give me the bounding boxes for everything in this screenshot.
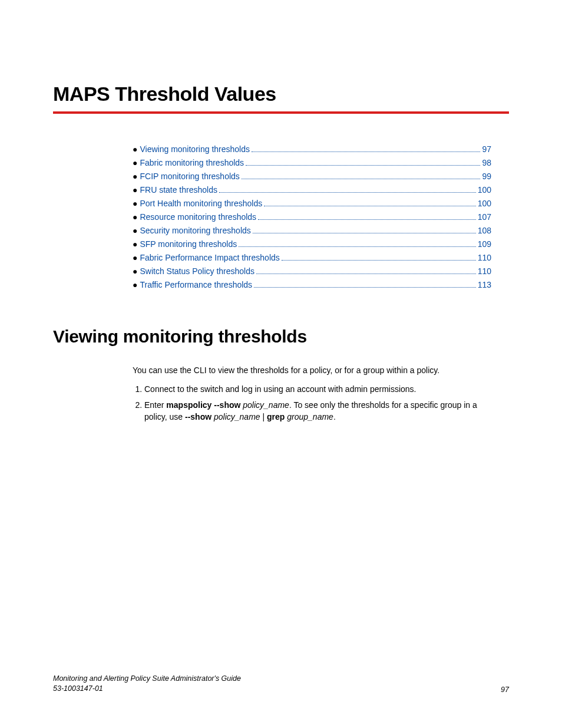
toc-leader (264, 199, 475, 206)
toc-leader (252, 144, 480, 152)
toc-entry: ● Viewing monitoring thresholds 97 (133, 143, 491, 156)
toc-link[interactable]: Viewing monitoring thresholds (140, 143, 250, 156)
bullet-icon: ● (133, 279, 137, 291)
toc-entry: ● Switch Status Policy thresholds 110 (133, 265, 491, 278)
bullet-icon: ● (133, 211, 137, 223)
toc-link[interactable]: FCIP monitoring thresholds (140, 170, 239, 183)
toc-page-link[interactable]: 110 (478, 265, 491, 278)
footer-left: Monitoring and Alerting Policy Suite Adm… (53, 674, 241, 694)
toc-entry: ● Fabric Performance Impact thresholds 1… (133, 252, 491, 264)
toc-link[interactable]: FRU state thresholds (140, 184, 217, 196)
toc-link[interactable]: Port Health monitoring thresholds (140, 197, 262, 210)
toc-leader (242, 172, 481, 179)
toc-leader (219, 185, 476, 193)
bullet-icon: ● (133, 143, 137, 156)
toc-link[interactable]: Fabric monitoring thresholds (140, 157, 244, 169)
page-footer: Monitoring and Alerting Policy Suite Adm… (53, 674, 509, 694)
toc-page-link[interactable]: 109 (478, 238, 491, 251)
bullet-icon: ● (133, 265, 137, 278)
command-text: mapspolicy --show (166, 400, 240, 410)
bullet-icon: ● (133, 238, 137, 251)
section-title: Viewing monitoring thresholds (53, 327, 509, 347)
toc-leader (253, 226, 476, 233)
toc-page-link[interactable]: 113 (478, 279, 491, 291)
intro-paragraph: You can use the CLI to view the threshol… (133, 364, 491, 376)
toc-entry: ● Security monitoring thresholds 108 (133, 225, 491, 237)
toc-leader (246, 158, 480, 166)
bullet-icon: ● (133, 197, 137, 210)
steps-list: Connect to the switch and log in using a… (133, 383, 491, 423)
toc-page-link[interactable]: 100 (478, 197, 491, 210)
section-body: You can use the CLI to view the threshol… (133, 364, 491, 423)
table-of-contents: ● Viewing monitoring thresholds 97 ● Fab… (133, 143, 491, 291)
argument-text: group_name (287, 412, 333, 421)
toc-page-link[interactable]: 107 (478, 211, 491, 223)
step-text: . (333, 412, 336, 421)
toc-entry: ● Resource monitoring thresholds 107 (133, 211, 491, 223)
page-content: MAPS Threshold Values ● Viewing monitori… (0, 0, 562, 423)
toc-page-link[interactable]: 97 (482, 143, 491, 156)
toc-link[interactable]: SFP monitoring thresholds (140, 238, 237, 251)
toc-leader (258, 212, 476, 220)
bullet-icon: ● (133, 225, 137, 237)
command-text: --show (185, 412, 211, 421)
title-rule (53, 111, 509, 114)
command-text: grep (267, 412, 285, 421)
step-text: | (260, 412, 267, 421)
toc-link[interactable]: Resource monitoring thresholds (140, 211, 256, 223)
toc-leader (256, 266, 476, 274)
step-item: Connect to the switch and log in using a… (144, 383, 491, 395)
toc-page-link[interactable]: 108 (478, 225, 491, 237)
toc-leader (239, 239, 475, 247)
toc-leader (254, 280, 476, 288)
bullet-icon: ● (133, 157, 137, 169)
toc-leader (282, 253, 476, 261)
argument-text: policy_name (243, 400, 289, 410)
toc-page-link[interactable]: 98 (482, 157, 491, 169)
toc-entry: ● Fabric monitoring thresholds 98 (133, 157, 491, 169)
toc-entry: ● Port Health monitoring thresholds 100 (133, 197, 491, 210)
toc-entry: ● FRU state thresholds 100 (133, 184, 491, 196)
toc-page-link[interactable]: 110 (478, 252, 491, 264)
toc-link[interactable]: Security monitoring thresholds (140, 225, 250, 237)
step-text: Enter (144, 400, 166, 410)
footer-doc-title: Monitoring and Alerting Policy Suite Adm… (53, 674, 241, 684)
toc-page-link[interactable]: 100 (478, 184, 491, 196)
step-item: Enter mapspolicy --show policy_name. To … (144, 399, 491, 423)
footer-page-number: 97 (501, 686, 509, 694)
toc-link[interactable]: Switch Status Policy thresholds (140, 265, 254, 278)
toc-entry: ● Traffic Performance thresholds 113 (133, 279, 491, 291)
toc-link[interactable]: Traffic Performance thresholds (140, 279, 252, 291)
toc-entry: ● SFP monitoring thresholds 109 (133, 238, 491, 251)
toc-entry: ● FCIP monitoring thresholds 99 (133, 170, 491, 183)
toc-page-link[interactable]: 99 (482, 170, 491, 183)
bullet-icon: ● (133, 170, 137, 183)
argument-text: policy_name (214, 412, 260, 421)
bullet-icon: ● (133, 184, 137, 196)
bullet-icon: ● (133, 252, 137, 264)
footer-doc-number: 53-1003147-01 (53, 684, 241, 694)
toc-link[interactable]: Fabric Performance Impact thresholds (140, 252, 279, 264)
chapter-title: MAPS Threshold Values (53, 83, 509, 106)
